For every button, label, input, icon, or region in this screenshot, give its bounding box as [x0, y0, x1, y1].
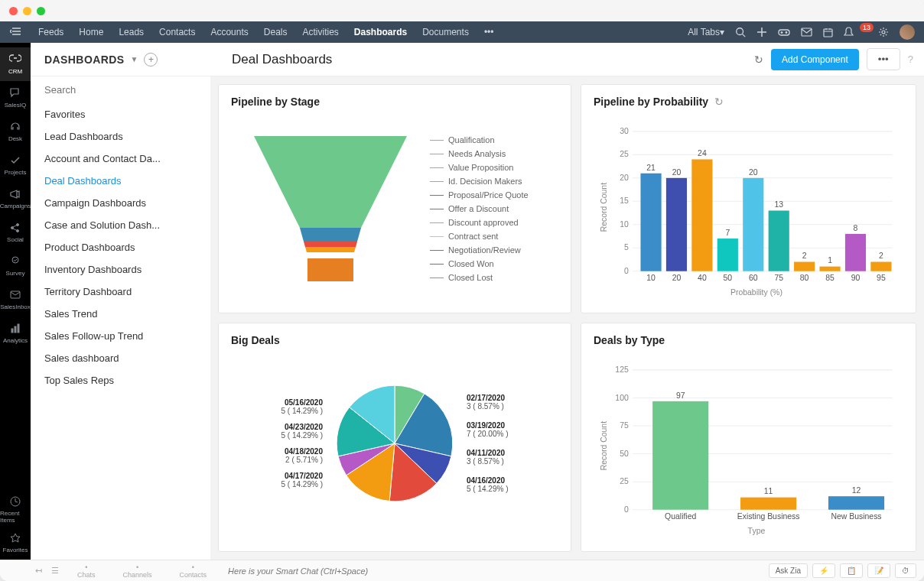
sidebar-item[interactable]: Case and Solution Dash... [41, 214, 200, 236]
card-deals-by-type[interactable]: Deals by Type 0255075100125Record Count9… [581, 323, 916, 552]
footer-clipboard-icon[interactable]: 📋 [840, 563, 863, 578]
app-social[interactable]: Social [0, 216, 31, 249]
nav-item-accounts[interactable]: Accounts [203, 27, 255, 37]
chart-refresh-icon[interactable]: ↻ [714, 96, 724, 108]
app-campaigns[interactable]: Campaigns [0, 182, 31, 216]
legend-item: Needs Analysis [430, 149, 529, 158]
footer-note-icon[interactable]: 📝 [867, 563, 890, 578]
big-deals-pie-chart [326, 375, 464, 512]
app-salesiq[interactable]: SalesIQ [0, 81, 31, 115]
card-big-deals[interactable]: Big Deals 05/16/20205 ( 14.29% )04/23/20… [218, 323, 571, 552]
sidebar-item[interactable]: Deal Dashboards [41, 170, 200, 192]
app-survey[interactable]: Survey [0, 249, 31, 283]
smart-chat-hint[interactable]: Here is your Smart Chat (Ctrl+Space) [220, 566, 769, 576]
sidebar-search-input[interactable] [41, 76, 200, 103]
svg-rect-25 [15, 326, 16, 333]
app-desk[interactable]: Desk [0, 115, 31, 148]
sidebar-item[interactable]: Sales dashboard [41, 347, 200, 369]
app-crm[interactable]: CRM [0, 47, 31, 81]
svg-rect-61 [743, 178, 763, 271]
svg-rect-96 [740, 498, 796, 510]
sidebar-item[interactable]: Top Sales Reps [41, 369, 200, 391]
section-dropdown-icon[interactable]: ▼ [131, 55, 138, 63]
mail-icon[interactable] [801, 28, 812, 37]
minimize-window-button[interactable] [23, 7, 31, 15]
ask-zia-button[interactable]: Ask Zia [769, 563, 808, 578]
list-view-icon[interactable]: ☰ [47, 566, 63, 576]
footer-clock-icon[interactable]: ⏱ [895, 563, 916, 578]
nav-item-deals[interactable]: Deals [256, 27, 295, 37]
dashboard-more-button[interactable]: ••• [867, 48, 900, 70]
user-avatar[interactable] [900, 24, 915, 40]
svg-text:20: 20 [672, 168, 682, 177]
pie-label: 04/23/20205 ( 14.29% ) [231, 423, 323, 440]
app-favorites[interactable]: Favorites [0, 526, 31, 560]
svg-rect-55 [691, 159, 712, 271]
sidebar-item[interactable]: Lead Dashboards [41, 125, 200, 148]
svg-rect-26 [18, 324, 19, 333]
footer-tab-channels[interactable]: •Channels [109, 563, 166, 579]
card-pipeline-by-stage[interactable]: Pipeline by Stage QualificationNeeds Ana… [218, 84, 571, 313]
svg-text:10: 10 [620, 220, 629, 229]
svg-text:11: 11 [764, 487, 773, 495]
footer-tab-chats[interactable]: •Chats [63, 563, 109, 579]
svg-rect-70 [819, 267, 840, 271]
svg-text:40: 40 [698, 274, 707, 282]
nav-item-home[interactable]: Home [71, 27, 111, 37]
calendar-icon[interactable] [823, 28, 833, 37]
zoom-window-button[interactable] [37, 7, 45, 15]
notifications-icon[interactable]: 13 [844, 27, 867, 37]
svg-text:10: 10 [646, 274, 656, 282]
all-tabs-dropdown[interactable]: All Tabs ▾ [688, 27, 724, 37]
status-bar: ↤ ☰ •Chats•Channels•Contacts Here is you… [0, 560, 924, 581]
svg-text:95: 95 [877, 274, 886, 282]
help-icon[interactable]: ? [908, 54, 913, 65]
svg-rect-76 [870, 262, 891, 271]
svg-marker-29 [254, 136, 407, 228]
legend-item: Contract sent [430, 232, 529, 241]
nav-item-leads[interactable]: Leads [111, 27, 151, 37]
sidebar-item[interactable]: Campaign Dashboards [41, 192, 200, 214]
nav-item-contacts[interactable]: Contacts [151, 27, 203, 37]
nav-item-dashboards[interactable]: Dashboards [346, 27, 415, 37]
card-pipeline-by-probability[interactable]: Pipeline by Probability ↻ 051015202530Re… [581, 84, 916, 313]
app-projects[interactable]: Projects [0, 148, 31, 182]
svg-text:100: 100 [615, 394, 629, 402]
svg-text:1: 1 [828, 256, 832, 265]
settings-icon[interactable] [878, 27, 889, 37]
svg-text:20: 20 [620, 174, 629, 182]
svg-text:75: 75 [620, 421, 629, 430]
collapse-nav-icon[interactable] [0, 27, 31, 37]
svg-text:125: 125 [615, 365, 629, 374]
nav-more-icon[interactable]: ••• [477, 27, 502, 37]
svg-rect-67 [794, 262, 815, 271]
sidebar-item[interactable]: Product Dashboards [41, 236, 200, 258]
sidebar-item[interactable]: Territory Dashboard [41, 281, 200, 303]
nav-item-documents[interactable]: Documents [415, 27, 477, 37]
app-analytics[interactable]: Analytics [0, 316, 31, 350]
collapse-panel-icon[interactable]: ↤ [31, 566, 47, 576]
sidebar-item[interactable]: Account and Contact Da... [41, 148, 200, 170]
app-salesinbox[interactable]: SalesInbox [0, 283, 31, 316]
gamepad-icon[interactable] [778, 28, 790, 37]
svg-text:2: 2 [802, 252, 807, 260]
app-switcher: CRMSalesIQDeskProjectsCampaignsSocialSur… [0, 43, 31, 560]
svg-rect-11 [802, 28, 812, 36]
nav-item-activities[interactable]: Activities [294, 27, 346, 37]
add-icon[interactable] [756, 27, 767, 37]
app-recent-items[interactable]: Recent Items [0, 492, 31, 526]
footer-shortcut-1[interactable]: ⚡ [812, 563, 835, 578]
nav-item-feeds[interactable]: Feeds [31, 27, 71, 37]
svg-text:Record Count: Record Count [600, 421, 608, 470]
sidebar-item[interactable]: Sales Follow-up Trend [41, 325, 200, 347]
sidebar-item[interactable]: Inventory Dashboards [41, 258, 200, 281]
sidebar-item[interactable]: Sales Trend [41, 303, 200, 325]
add-dashboard-button[interactable]: + [144, 53, 158, 67]
footer-tab-contacts[interactable]: •Contacts [166, 563, 221, 579]
add-component-button[interactable]: Add Component [771, 49, 859, 70]
refresh-icon[interactable]: ↻ [754, 54, 763, 66]
svg-text:24: 24 [698, 149, 707, 157]
sidebar-item[interactable]: Favorites [41, 103, 200, 125]
search-icon[interactable] [735, 27, 746, 37]
close-window-button[interactable] [9, 7, 18, 15]
